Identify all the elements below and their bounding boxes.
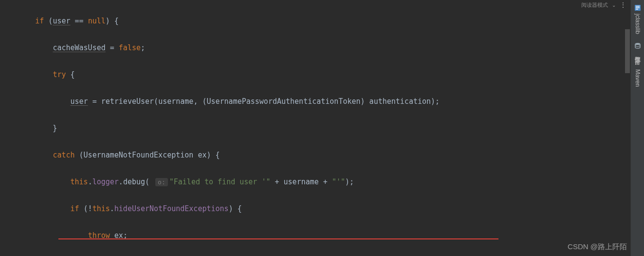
- exception-var: ex: [198, 151, 206, 159]
- plus-username: + username +: [270, 177, 331, 186]
- method-retrieveUser: retrieveUser: [101, 97, 154, 106]
- variable-cacheWasUsed: cacheWasUsed: [53, 43, 105, 52]
- field-logger: logger: [92, 177, 119, 186]
- keyword-null: null: [88, 17, 106, 25]
- field-hide: hideUserNotFoundExceptions: [114, 204, 229, 213]
- param-hint-o: o:: [155, 178, 168, 186]
- keyword-catch: catch: [53, 151, 74, 159]
- sidebar-tab-jclasslib[interactable]: jclasslib: [629, 0, 644, 38]
- sidebar-tab-database[interactable]: 数据库: [629, 38, 644, 56]
- keyword-if: if: [71, 204, 79, 213]
- jclasslib-icon: [634, 4, 642, 12]
- highlight-underline: [58, 238, 498, 239]
- keyword-try: try: [53, 70, 66, 79]
- keyword-this: this: [92, 204, 110, 213]
- reader-mode-label: 阅读器模式: [581, 0, 608, 12]
- variable-user: user: [53, 17, 70, 25]
- svg-rect-3: [636, 9, 638, 10]
- sidebar-tab-label: Maven: [631, 69, 644, 87]
- keyword-this: this: [71, 177, 88, 186]
- string-failed: "Failed to find user '": [169, 177, 271, 186]
- code-content: if (user == null) { cacheWasUsed = false…: [0, 0, 630, 256]
- param-username: username: [158, 97, 193, 106]
- cast-upat: (UsernamePasswordAuthenticationToken): [202, 97, 365, 106]
- keyword-false: false: [119, 43, 141, 52]
- method-debug: debug: [123, 177, 145, 186]
- right-tool-sidebar: jclasslib 数据库 m Maven: [630, 0, 644, 256]
- variable-user: user: [71, 97, 88, 106]
- chevron-down-icon[interactable]: ⌄: [612, 0, 616, 12]
- maven-icon: m: [634, 59, 642, 67]
- svg-rect-2: [636, 7, 640, 8]
- sidebar-tab-maven[interactable]: m Maven: [629, 56, 644, 91]
- string-quote: "'": [332, 177, 345, 186]
- svg-rect-1: [636, 6, 640, 7]
- database-icon: [634, 42, 642, 50]
- top-toolbar: 阅读器模式 ⌄ ⋮: [577, 0, 630, 11]
- watermark: CSDN @路上阡陌: [568, 240, 627, 254]
- keyword-if: if: [35, 17, 44, 25]
- svg-point-5: [635, 45, 640, 47]
- code-editor[interactable]: if (user == null) { cacheWasUsed = false…: [0, 0, 630, 256]
- sidebar-tab-label: jclasslib: [631, 14, 644, 34]
- exception-type: UsernameNotFoundException: [84, 151, 194, 159]
- param-authentication: authentication: [369, 97, 431, 106]
